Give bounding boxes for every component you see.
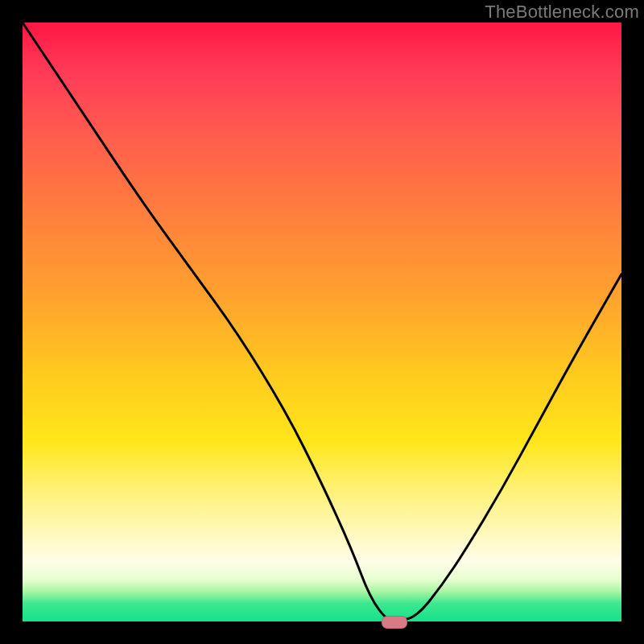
optimal-marker: [382, 616, 407, 629]
chart-frame: TheBottleneck.com: [0, 0, 644, 644]
curve-svg: [23, 23, 621, 621]
watermark-text: TheBottleneck.com: [485, 2, 639, 23]
bottleneck-curve: [23, 23, 621, 621]
